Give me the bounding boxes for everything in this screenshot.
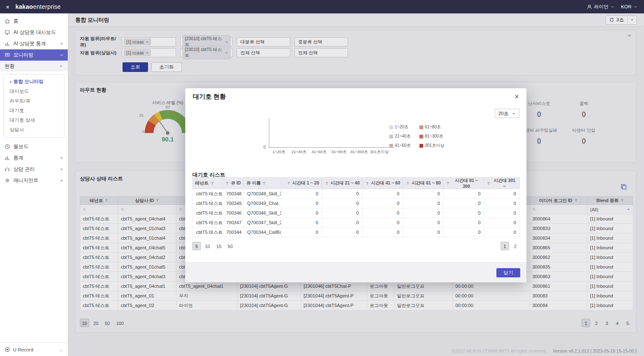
column-header-queue-name[interactable]: 큐 이름	[244, 178, 281, 189]
sidebar-item-stats[interactable]: 통계 +	[0, 152, 68, 164]
page-size-option[interactable]: 50	[103, 319, 112, 327]
chip-remove-icon[interactable]: ×	[146, 39, 148, 44]
submenu-item-waiting-calls[interactable]: 대기호	[4, 106, 64, 115]
page-number[interactable]: 4	[613, 319, 621, 327]
column-header-time-1-20[interactable]: 시간대 1 ~ 20	[281, 178, 322, 189]
page-number[interactable]: 1	[582, 319, 590, 327]
sidebar-item-wallboard[interactable]: 월보드	[0, 141, 68, 152]
route-queue-group-select[interactable]: [23010] cbtT5 테스트×	[180, 37, 233, 46]
submenu-item-waiting-calls-detail[interactable]: 대기호 상세	[4, 115, 64, 125]
sidebar-item-monitoring[interactable]: 모니터링 −	[0, 49, 68, 61]
column-header-time-61-80[interactable]: 시간대 61 ~ 80	[403, 178, 444, 189]
column-header-blend-type[interactable]: Blend 종류	[588, 197, 633, 205]
submenu-item-dashboard[interactable]: 대시보드	[4, 87, 64, 96]
close-icon[interactable]: ×	[0, 3, 15, 10]
page-size-option[interactable]: 100	[114, 319, 126, 327]
modal-refresh-interval-control[interactable]: 20초	[495, 109, 519, 118]
page-number[interactable]: 5	[624, 319, 632, 327]
agent-all-select-2[interactable]: 전체 선택	[294, 48, 348, 57]
filter-funnel-icon[interactable]	[620, 199, 624, 202]
column-header-tenant[interactable]: 테넌트	[80, 197, 118, 205]
reset-button[interactable]: 초기화	[151, 62, 182, 72]
table-row[interactable]: cbtT5 테스트700348Q700348_Skill_3000000	[193, 189, 520, 199]
copy-icon[interactable]	[621, 184, 627, 190]
filter-funnel-icon[interactable]	[225, 182, 229, 185]
filter-funnel-icon[interactable]	[156, 199, 159, 202]
blend-filter-select[interactable]: (All)	[590, 207, 630, 212]
route-queue-tenant-select[interactable]: [1] ccaas×	[122, 37, 176, 46]
filter-funnel-icon[interactable]	[325, 182, 329, 185]
chip-remove-icon[interactable]: ×	[146, 50, 148, 55]
expand-icon[interactable]: +	[60, 177, 63, 184]
table-row[interactable]: cbtT5 테스트700349Q700349_Chat000000	[193, 199, 520, 208]
modal-close-icon[interactable]: ×	[514, 93, 519, 100]
expand-icon[interactable]: +	[60, 155, 63, 161]
sidebar-item-management[interactable]: 매니지먼트 +	[0, 175, 68, 186]
page-number[interactable]: 2	[592, 319, 601, 327]
page-size-option[interactable]: 10	[80, 319, 89, 327]
column-header-time-301[interactable]: 시간대 301 ~	[484, 178, 520, 189]
filter-funnel-icon[interactable]	[210, 182, 214, 185]
sidebar-item-home[interactable]: 홈	[0, 15, 68, 27]
x-tick-label: 1~20초	[269, 149, 289, 155]
page-number[interactable]: 3	[603, 319, 611, 327]
table-row[interactable]: cbtT5 테스트cbtT5_agent_04chat1cbtT5_agent_…	[80, 282, 633, 291]
chip-remove-icon[interactable]: ×	[225, 50, 228, 55]
filter-funnel-icon[interactable]	[446, 182, 450, 185]
submenu-item-agents[interactable]: 상담사	[4, 125, 64, 135]
filter-funnel-icon[interactable]	[406, 182, 410, 185]
middle-category-select[interactable]: 중분류 선택	[294, 37, 348, 46]
page-size-option[interactable]: 50	[226, 242, 235, 250]
filter-funnel-icon[interactable]	[487, 182, 491, 185]
collapse-chevron-icon[interactable]	[627, 33, 632, 38]
page-size-option[interactable]: 20	[91, 319, 100, 327]
column-search-input[interactable]	[538, 207, 585, 212]
expand-icon[interactable]: +	[60, 41, 63, 47]
column-header-time-41-60[interactable]: 시간대 41 ~ 60	[363, 178, 403, 189]
collapse-icon[interactable]: −	[60, 52, 63, 58]
filter-funnel-icon[interactable]	[287, 182, 291, 185]
page-size-option[interactable]: 15	[214, 242, 223, 250]
user-menu[interactable]: 라이언	[587, 4, 615, 10]
sidebar-item-ai-bot-dashboard[interactable]: AI 상담봇 대시보드	[0, 27, 68, 38]
table-row[interactable]: cbtT5 테스트700346Q700346_Skill_1000000	[193, 208, 520, 218]
table-row[interactable]: cbtT5 테스트700347Q700347_Skill_2000000	[193, 218, 520, 228]
refresh-interval-control[interactable]: 3초	[606, 15, 637, 25]
agent-group-select[interactable]: [23010] cbtT5 테스트×	[180, 48, 233, 57]
page-number[interactable]: 1	[501, 242, 509, 250]
search-button[interactable]: 조회	[123, 62, 148, 72]
filter-funnel-icon[interactable]	[365, 182, 369, 185]
sidebar-section-status[interactable]: 현황	[0, 61, 68, 72]
column-header-tenant[interactable]: 테넌트	[193, 178, 223, 189]
filter-funnel-icon[interactable]	[262, 182, 266, 185]
major-category-select[interactable]: 대분류 선택	[237, 37, 290, 46]
filter-funnel-icon[interactable]	[105, 199, 108, 202]
sidebar-footer-u-record[interactable]: U Record →	[0, 343, 68, 356]
sidebar-item-counsel-management[interactable]: 상담 관리 +	[0, 164, 68, 175]
page-number[interactable]: 2	[511, 242, 519, 250]
table-row[interactable]: cbtT5 테스트700344Q700344_CallBot000000	[193, 228, 520, 237]
agent-tenant-select[interactable]: [1] ccaas×	[122, 48, 176, 57]
column-header-queue-id[interactable]: 큐 ID	[223, 178, 244, 189]
column-header-agent-id[interactable]: 상담사 ID	[118, 197, 176, 205]
expand-icon[interactable]: +	[60, 166, 63, 172]
column-search-input[interactable]	[88, 207, 115, 212]
column-header-media-login-id[interactable]: 미디어 로그인 ID	[530, 197, 588, 205]
table-row[interactable]: cbtT5 테스트cbtT5_agent_01무지[230104] cbtT5A…	[80, 291, 633, 301]
page-size-option[interactable]: 10	[203, 242, 212, 250]
search-icon	[179, 207, 183, 212]
submenu-item-route-queue[interactable]: 라우트/큐	[4, 96, 64, 106]
agent-all-select-1[interactable]: 전체 선택	[237, 48, 290, 57]
page-size-option[interactable]: 5	[192, 242, 201, 250]
modal-close-button[interactable]: 닫기	[496, 268, 520, 277]
table-cell: 0	[363, 189, 403, 199]
chip-remove-icon[interactable]: ×	[225, 39, 228, 44]
language-menu[interactable]: KOR	[621, 4, 637, 9]
filter-funnel-icon[interactable]	[574, 199, 578, 202]
submenu-item-integrated-monitoring[interactable]: • 통합 모니터링	[4, 77, 64, 87]
column-header-time-21-40[interactable]: 시간대 21 ~ 40	[322, 178, 363, 189]
table-row[interactable]: cbtT5 테스트cbtT5_agent_02라이언[230104] cbtT5…	[80, 301, 633, 310]
sidebar-item-ai-bot-stats[interactable]: AI 상담봇 통계 +	[0, 38, 68, 49]
column-search-input[interactable]	[126, 207, 174, 212]
column-header-time-81-300[interactable]: 시간대 81 ~ 300	[444, 178, 484, 189]
